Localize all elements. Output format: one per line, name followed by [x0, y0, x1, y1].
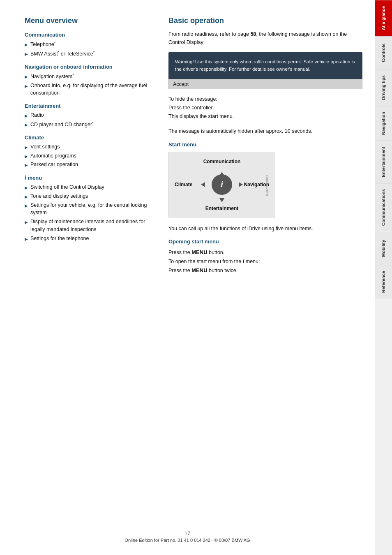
sidebar-tab-entertainment[interactable]: Entertainment [375, 141, 392, 183]
basic-operation-title: Basic operation [168, 16, 362, 25]
start-menu-subtitle: Start menu [168, 141, 362, 148]
i-menu-item-4: Display of maintenance intervals and dea… [30, 218, 156, 234]
instruction-line-1: To hide the message: [168, 96, 217, 102]
sidebar-tab-communications[interactable]: Communications [375, 183, 392, 231]
i-icon: i [25, 174, 26, 181]
communication-item-2: BMW Assist* or TeleService* [30, 50, 95, 58]
left-column: Menu overview Communication ▶ Telephone*… [25, 16, 156, 539]
diagram-box: Communication Entertainment Climate Navi… [168, 152, 275, 217]
menu-overview-title: Menu overview [25, 16, 156, 25]
climate-item-2: Automatic programs [30, 152, 76, 160]
warning-box-container: Warning! Use this system only when traff… [168, 52, 362, 89]
instruction-text: To hide the message: Press the controlle… [168, 95, 362, 121]
list-item: ▶ CD player and CD changer* [25, 120, 156, 129]
diagram-communication-label: Communication [203, 159, 241, 164]
i-menu-item-3: Settings for your vehicle, e.g. for the … [30, 201, 156, 217]
navigation-list: ▶ Navigation system* ▶ Onboard info, e.g… [25, 72, 156, 97]
entertainment-item-1: Radio [30, 111, 44, 119]
list-item: ▶ Tone and display settings [25, 192, 156, 200]
arrow-icon: ▶ [25, 83, 28, 89]
diagram-center-icon: i [212, 174, 232, 195]
diagram-climate-label: Climate [175, 182, 192, 187]
entertainment-item-2: CD player and CD changer* [30, 120, 94, 129]
arrow-icon: ▶ [25, 236, 28, 242]
list-item: ▶ Parked car operation [25, 161, 156, 169]
sidebar-tab-at-a-glance[interactable]: At a glance [375, 0, 392, 36]
navigation-item-1: Navigation system* [30, 72, 74, 81]
list-item: ▶ Radio [25, 111, 156, 119]
opening-line-2b: menu: [244, 259, 260, 264]
climate-item-1: Vent settings [30, 143, 60, 151]
arrow-left-icon [201, 182, 205, 187]
arrow-icon: ▶ [25, 194, 28, 200]
copyright-text: Online Edition for Part no. 01 41 0 014 … [125, 538, 250, 543]
sidebar-tab-controls[interactable]: Controls [375, 36, 392, 69]
opening-line-2a: To open the start menu from the [168, 259, 243, 264]
opening-line-1b: button. [208, 250, 225, 255]
arrow-icon: ▶ [25, 113, 28, 119]
diagram-navigation-label: Navigation [244, 182, 269, 187]
sidebar: At a glance Controls Driving tips Naviga… [375, 0, 392, 555]
right-column: Basic operation From radio readiness, re… [168, 16, 362, 539]
i-menu-item-1: Switching off the Control Display [30, 183, 104, 191]
opening-line-3b: button twice. [208, 268, 238, 273]
list-item: ▶ Navigation system* [25, 72, 156, 81]
auto-hide-text: The message is automatically hidden afte… [168, 127, 362, 136]
instruction-line-3: This displays the start menu. [168, 113, 234, 119]
instruction-line-2: Press the controller. [168, 105, 214, 111]
warning-text: Warning! Use this system only when traff… [175, 59, 355, 72]
navigation-title: Navigation or onboard information [25, 64, 156, 70]
start-menu-diagram: Communication Entertainment Climate Navi… [168, 152, 279, 220]
sidebar-tab-driving-tips[interactable]: Driving tips [375, 69, 392, 106]
opening-line-1a: Press the [168, 250, 191, 255]
arrow-icon: ▶ [25, 122, 28, 128]
arrow-icon: ▶ [25, 153, 28, 160]
navigation-item-2: Onboard info, e.g. for displaying of the… [30, 82, 156, 97]
arrow-icon: ▶ [25, 162, 28, 168]
opening-line-3a: Press the [168, 268, 191, 273]
arrow-icon: ▶ [25, 219, 28, 225]
list-item: ▶ Telephone* [25, 40, 156, 49]
arrow-icon: ▶ [25, 51, 28, 57]
footer: 17 Online Edition for Part no. 01 41 0 0… [0, 531, 375, 543]
arrow-icon: ▶ [25, 144, 28, 150]
entertainment-section: Entertainment ▶ Radio ▶ CD player and CD… [25, 103, 156, 129]
sidebar-tab-mobility[interactable]: Mobility [375, 232, 392, 265]
opening-text: Press the MENU button. To open the start… [168, 248, 362, 275]
navigation-section: Navigation or onboard information ▶ Navi… [25, 64, 156, 97]
page-container: Menu overview Communication ▶ Telephone*… [0, 0, 392, 555]
i-menu-section: i menu ▶ Switching off the Control Displ… [25, 174, 156, 242]
sidebar-tab-navigation[interactable]: Navigation [375, 106, 392, 141]
accept-label: Accept [173, 81, 189, 87]
list-item: ▶ Display of maintenance intervals and d… [25, 218, 156, 234]
list-item: ▶ Settings for the telephone [25, 235, 156, 243]
diagram-entertainment-label: Entertainment [205, 206, 239, 211]
arrow-right-icon [239, 182, 243, 187]
climate-item-3: Parked car operation [30, 161, 78, 169]
i-menu-item-5: Settings for the telephone [30, 235, 89, 243]
communication-title: Communication [25, 32, 156, 38]
arrow-icon: ▶ [25, 42, 28, 48]
arrow-icon: ▶ [25, 74, 28, 80]
i-menu-label: menu [28, 175, 42, 181]
entertainment-list: ▶ Radio ▶ CD player and CD changer* [25, 111, 156, 129]
list-item: ▶ Automatic programs [25, 152, 156, 160]
watermark: 02BEAPC04048 [266, 175, 269, 196]
communication-section: Communication ▶ Telephone* ▶ BMW Assist*… [25, 32, 156, 58]
list-item: ▶ Switching off the Control Display [25, 183, 156, 191]
opening-start-menu-title: Opening start menu [168, 238, 362, 245]
menu-button-label-2: MENU [191, 267, 207, 273]
climate-section: Climate ▶ Vent settings ▶ Automatic prog… [25, 134, 156, 169]
i-menu-title: i menu [25, 174, 156, 181]
warning-box: Warning! Use this system only when traff… [168, 52, 362, 79]
list-item: ▶ Vent settings [25, 143, 156, 151]
list-item: ▶ Settings for your vehicle, e.g. for th… [25, 201, 156, 217]
sidebar-tab-reference[interactable]: Reference [375, 265, 392, 298]
arrow-down-icon [219, 198, 224, 202]
arrow-icon: ▶ [25, 185, 28, 191]
climate-title: Climate [25, 134, 156, 141]
main-content: Menu overview Communication ▶ Telephone*… [0, 0, 375, 555]
i-menu-item-2: Tone and display settings [30, 192, 88, 200]
menu-description: You can call up all the functions of iDr… [168, 224, 362, 233]
i-menu-list: ▶ Switching off the Control Display ▶ To… [25, 183, 156, 242]
